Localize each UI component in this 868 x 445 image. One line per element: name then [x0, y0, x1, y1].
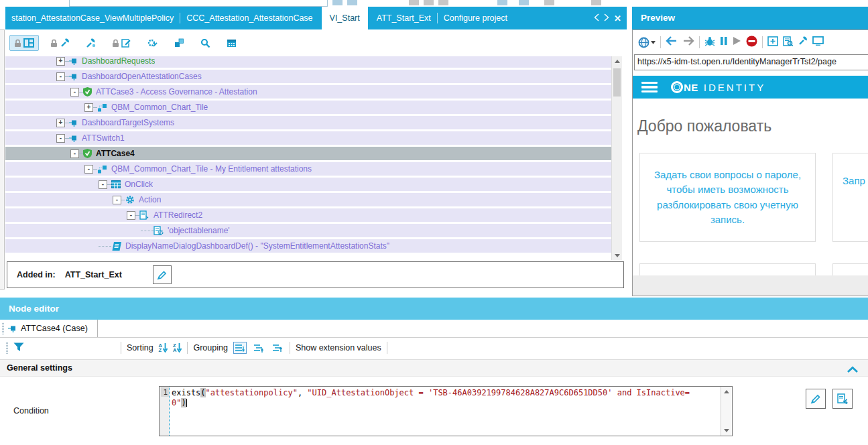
log-calendar-button[interactable] — [222, 35, 241, 51]
expander-icon[interactable]: + — [84, 103, 93, 112]
expander-icon[interactable]: - — [99, 180, 107, 189]
tree-row[interactable]: + DashboardTargetSystems — [5, 116, 611, 129]
toolbar-icon-fragment[interactable] — [409, 0, 419, 5]
tab-viewmultiplepolicy[interactable]: station_AttestationCase_ViewMultiplePoli… — [5, 13, 180, 23]
wrench-icon — [86, 38, 96, 48]
tab-att-start-ext[interactable]: ATT_Start_Ext — [371, 13, 437, 23]
sort-za-icon[interactable]: ZA — [173, 343, 182, 353]
toolbar-icon-fragment[interactable] — [544, 0, 554, 5]
toolbar-icon-fragment[interactable] — [591, 0, 601, 5]
gear-wrench-button[interactable] — [143, 35, 163, 51]
tree-row-label: OnClick — [125, 180, 153, 189]
edit-added-in-button[interactable] — [153, 265, 172, 284]
lock-layout-button[interactable] — [9, 35, 39, 51]
drag-handle[interactable] — [6, 342, 8, 354]
collapse-chevron-icon[interactable] — [847, 364, 859, 376]
scroll-up-icon[interactable] — [612, 56, 622, 66]
lock-tools-button[interactable] — [46, 35, 74, 51]
scroll-down-icon[interactable] — [612, 251, 622, 260]
sort-az-icon[interactable]: AZ — [159, 343, 168, 353]
edit-condition-button[interactable] — [806, 389, 826, 409]
gear-wrench-icon — [147, 38, 158, 48]
scrollbar-thumb[interactable] — [613, 68, 621, 97]
pause-icon[interactable] — [720, 36, 728, 48]
scroll-tabs-right-icon[interactable] — [604, 13, 609, 23]
fit-window-icon[interactable] — [767, 36, 778, 49]
scroll-tabs-left-icon[interactable] — [594, 13, 599, 23]
tree-row[interactable]: 'objecttablename' — [5, 224, 611, 237]
tab-vi-start[interactable]: VI_Start — [322, 7, 368, 29]
tree-row-label: QBM_Common_Chart_Tile — [111, 103, 208, 112]
expander-icon[interactable]: - — [70, 149, 79, 158]
expander-icon[interactable]: - — [56, 134, 65, 143]
app-window: station_AttestationCase_ViewMultiplePoli… — [0, 0, 868, 445]
tree-row[interactable]: + DashboardRequests — [5, 56, 611, 68]
filter-icon[interactable] — [13, 342, 24, 353]
expander-icon[interactable]: - — [127, 211, 135, 220]
back-icon[interactable] — [666, 36, 678, 48]
tree-row[interactable]: - ATTSwitch1 — [5, 131, 611, 145]
shield-check-icon — [83, 87, 92, 97]
tree-row-label: DashboardTargetSystems — [82, 118, 174, 127]
expander-icon[interactable]: - — [113, 196, 121, 204]
request-card[interactable]: Запр — [832, 153, 868, 242]
condition-code[interactable]: exists("attestationpolicy", "UID_Attesta… — [170, 387, 721, 436]
condition-code-editor[interactable]: 1 exists("attestationpolicy", "UID_Attes… — [159, 386, 733, 436]
tree-row-label: ATTSwitch1 — [82, 133, 125, 143]
tree-scrollbar[interactable] — [611, 56, 622, 260]
tree-row[interactable]: - ATTCase3 - Access Governance - Attesta… — [5, 85, 611, 99]
node-icon — [69, 57, 78, 65]
editor-scrollbar[interactable] — [721, 387, 732, 436]
toolbar-icon-fragment[interactable] — [424, 0, 434, 5]
url-bar[interactable] — [634, 54, 868, 70]
expander-icon[interactable]: - — [56, 72, 65, 81]
hamburger-menu-icon[interactable] — [641, 82, 658, 93]
forward-icon[interactable] — [682, 36, 694, 48]
close-tab-icon[interactable]: ✕ — [614, 14, 621, 23]
expander-icon[interactable]: - — [84, 165, 93, 174]
tree-row[interactable]: + QBM_Common_Chart_Tile — [5, 101, 611, 114]
play-icon[interactable] — [733, 36, 741, 48]
password-questions-card[interactable]: Задать свои вопросы о пароле, чтобы имет… — [639, 153, 816, 242]
general-settings-section[interactable]: General settings — [0, 359, 868, 377]
group-by-column-icon[interactable] — [233, 342, 247, 354]
stop-icon[interactable] — [746, 36, 757, 50]
tab-configure-project[interactable]: Configure project — [438, 13, 513, 23]
search-button[interactable] — [196, 35, 215, 51]
scroll-up-icon[interactable] — [721, 387, 732, 396]
expander-icon[interactable]: + — [56, 57, 65, 66]
expander-icon[interactable]: - — [70, 88, 79, 97]
toolbar-icon-fragment[interactable] — [519, 0, 529, 5]
toolbar-icon-fragment[interactable] — [347, 0, 357, 5]
tab-ccc-attestationcase[interactable]: CCC_Attestation_AttestationCase — [180, 13, 318, 23]
url-input[interactable] — [637, 57, 868, 66]
insert-value-button[interactable] — [832, 389, 853, 409]
docked-panel-edge[interactable] — [0, 29, 5, 290]
wrench-icon — [60, 38, 70, 48]
tree-row[interactable]: - Action — [5, 193, 611, 206]
collapse-groups-icon[interactable] — [271, 342, 284, 354]
tree-row[interactable]: - ATTRedirect2 — [5, 208, 611, 222]
cubes-button[interactable] — [170, 35, 189, 51]
toolbar-icon-fragment[interactable] — [438, 0, 448, 5]
monitor-icon[interactable] — [812, 36, 824, 48]
expander-icon[interactable]: + — [56, 119, 65, 127]
node-editor-tab[interactable]: ATTCase4 (Case) — [4, 320, 98, 337]
object-combo[interactable] — [69, 0, 328, 7]
toolbar-icon-fragment[interactable] — [497, 0, 507, 5]
debug-bug-icon[interactable] — [704, 36, 715, 49]
toolbar-icon-fragment[interactable] — [332, 0, 343, 5]
lock-edit-button[interactable] — [107, 35, 136, 51]
scroll-down-icon[interactable] — [721, 426, 732, 435]
expand-groups-icon[interactable] — [252, 342, 265, 354]
tree-row[interactable]: DisplayNameDialogDashboardDef() - "Syste… — [5, 239, 611, 253]
browser-globe-icon[interactable] — [638, 37, 656, 48]
show-extension-values-button[interactable]: Show extension values — [296, 343, 381, 353]
tree-row-selected[interactable]: - ATTCase4 — [5, 147, 611, 160]
tree-row[interactable]: - QBM_Common_Chart_Tile - My Entitlement… — [5, 162, 611, 176]
doc-search-icon[interactable] — [783, 36, 793, 49]
tree-row[interactable]: - DashboardOpenAttestationCases — [5, 70, 611, 83]
tools-button[interactable] — [81, 35, 101, 51]
settings-wrench-icon[interactable] — [798, 36, 808, 48]
tree-row[interactable]: - OnClick — [5, 178, 611, 191]
